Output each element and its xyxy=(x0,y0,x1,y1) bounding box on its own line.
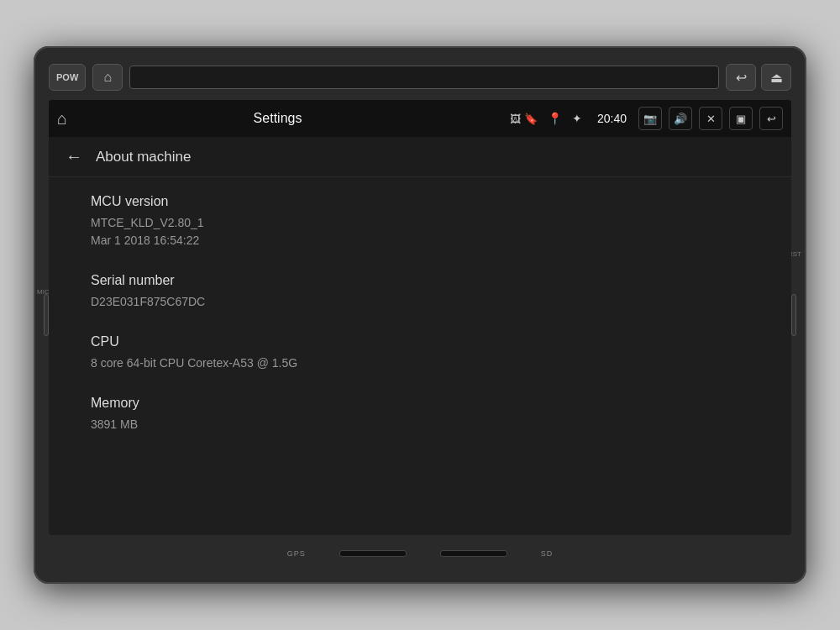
info-section: Memory3891 MB xyxy=(91,396,749,433)
sd-label: SD xyxy=(541,549,554,558)
section-value: Mar 1 2018 16:54:22 xyxy=(91,232,749,249)
hw-right-buttons: ↩ ⏏ xyxy=(726,64,791,91)
aux-port xyxy=(440,550,507,557)
volume-icon[interactable]: 🔊 xyxy=(669,107,692,130)
info-section: Serial numberD23E031F875C67DC xyxy=(91,273,749,311)
topbar-action-icons: 📷 🔊 ✕ ▣ ↩ xyxy=(638,107,783,130)
section-label: Serial number xyxy=(91,273,749,288)
right-handle xyxy=(791,294,796,336)
usb-port xyxy=(339,550,407,557)
android-topbar: ⌂ Settings 🖼 🔖 📍 ✦ 20:40 📷 🔊 ✕ ▣ ↩ xyxy=(49,100,791,137)
camera-icon[interactable]: 📷 xyxy=(638,107,662,130)
page-title: About machine xyxy=(96,149,191,165)
eject-hw-button[interactable]: ⏏ xyxy=(761,64,791,91)
back-icon[interactable]: ↩ xyxy=(759,107,783,130)
topbar-title: Settings xyxy=(52,111,503,126)
content-area: MCU versionMTCE_KLD_V2.80_1Mar 1 2018 16… xyxy=(49,177,791,535)
page-header: ← About machine xyxy=(49,137,791,177)
home-hw-button[interactable]: ⌂ xyxy=(92,64,123,91)
device-body: MIC RST POW ⌂ ↩ ⏏ ⌂ Settings 🖼 🔖 📍 ✦ 20:… xyxy=(34,46,806,584)
split-icon[interactable]: ▣ xyxy=(729,107,753,130)
hardware-top-bar: POW ⌂ ↩ ⏏ xyxy=(49,61,791,93)
section-label: MCU version xyxy=(91,194,749,209)
close-icon[interactable]: ✕ xyxy=(699,107,722,130)
section-value: 8 core 64-bit CPU Coretex-A53 @ 1.5G xyxy=(91,354,749,372)
disc-slot xyxy=(129,66,719,89)
info-section: MCU versionMTCE_KLD_V2.80_1Mar 1 2018 16… xyxy=(91,194,749,249)
location-icon: 📍 xyxy=(548,112,562,125)
bookmark-icon: 🔖 xyxy=(524,113,538,125)
section-value: D23E031F875C67DC xyxy=(91,293,749,311)
screen: ⌂ Settings 🖼 🔖 📍 ✦ 20:40 📷 🔊 ✕ ▣ ↩ ← Ab xyxy=(49,100,791,535)
media-icons: 🖼 🔖 xyxy=(510,113,538,125)
info-section: CPU8 core 64-bit CPU Coretex-A53 @ 1.5G xyxy=(91,334,749,372)
section-value: 3891 MB xyxy=(91,416,749,433)
bluetooth-icon: ✦ xyxy=(572,112,582,125)
back-button[interactable]: ← xyxy=(66,147,82,166)
clock: 20:40 xyxy=(597,112,627,125)
back-hw-button[interactable]: ↩ xyxy=(726,64,756,91)
hardware-bottom-bar: GPS SD xyxy=(49,542,791,565)
section-value: MTCE_KLD_V2.80_1 xyxy=(91,214,749,232)
section-label: Memory xyxy=(91,396,749,411)
image-icon: 🖼 xyxy=(510,113,521,125)
status-icons: 📍 ✦ 20:40 xyxy=(548,112,632,125)
section-label: CPU xyxy=(91,334,749,349)
power-button[interactable]: POW xyxy=(49,64,86,91)
gps-label: GPS xyxy=(287,549,306,558)
